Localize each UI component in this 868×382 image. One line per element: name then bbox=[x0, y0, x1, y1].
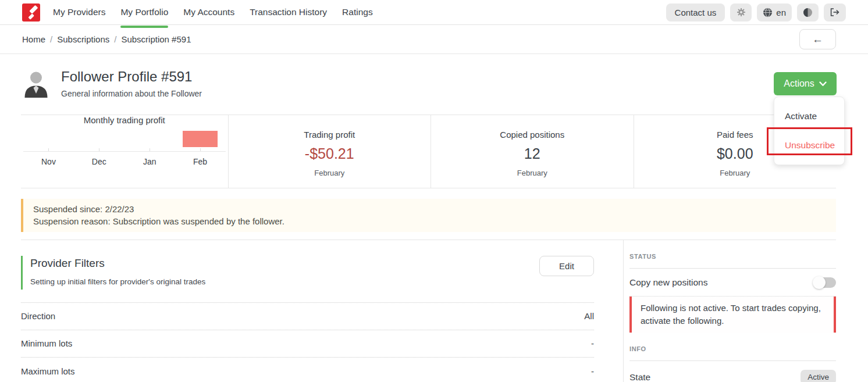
suspension-warning-banner: Suspended since: 2/22/23 Suspension reas… bbox=[21, 199, 836, 232]
suspension-reason-text: Suspension reason: Subscription was susp… bbox=[33, 215, 826, 227]
axis-tick bbox=[200, 148, 201, 151]
stat-period: February bbox=[229, 169, 431, 177]
stat-period: February bbox=[634, 169, 837, 177]
toggle-knob bbox=[813, 276, 826, 289]
info-header: INFO bbox=[629, 345, 836, 352]
breadcrumb-separator: / bbox=[50, 34, 52, 44]
back-button[interactable]: ← bbox=[799, 29, 836, 49]
row-value: - bbox=[591, 366, 594, 376]
theme-toggle-button[interactable] bbox=[797, 3, 819, 22]
state-badge: Active bbox=[801, 370, 836, 382]
provider-filters-section: Provider Filters Setting up initial filt… bbox=[21, 240, 623, 382]
menu-item-unsubscribe[interactable]: Unsubscribe bbox=[774, 131, 844, 160]
filter-rows: Direction All Minimum lots - Maximum lot… bbox=[21, 302, 594, 382]
section-subtitle: Setting up initial filters for provider'… bbox=[30, 277, 205, 286]
copy-new-positions-row: Copy new positions bbox=[629, 269, 836, 297]
status-sidebar: STATUS Copy new positions Following is n… bbox=[623, 240, 836, 382]
logout-icon bbox=[830, 8, 840, 17]
stat-copied-positions: Copied positions 12 February bbox=[431, 115, 634, 188]
row-value: - bbox=[591, 338, 594, 348]
row-value: All bbox=[584, 311, 594, 321]
actions-button[interactable]: Actions bbox=[774, 72, 837, 95]
nav-item-transaction-history[interactable]: Transaction History bbox=[250, 0, 327, 25]
following-inactive-alert: Following is not active. To start trades… bbox=[629, 297, 836, 333]
stat-value: -$50.21 bbox=[229, 145, 431, 162]
x-tick-label: Nov bbox=[23, 157, 74, 166]
copy-new-positions-label: Copy new positions bbox=[629, 277, 707, 288]
top-navigation: My Providers My Portfolio My Accounts Tr… bbox=[0, 0, 868, 25]
breadcrumb-home[interactable]: Home bbox=[22, 34, 45, 44]
page-title: Follower Profile #591 bbox=[61, 69, 202, 85]
row-label: Maximum lots bbox=[21, 366, 75, 376]
axis-tick bbox=[99, 148, 99, 151]
breadcrumb-current: Subscription #591 bbox=[121, 34, 191, 44]
settings-button[interactable] bbox=[730, 3, 752, 22]
globe-icon bbox=[763, 8, 773, 17]
content-columns: Provider Filters Setting up initial filt… bbox=[21, 240, 836, 382]
row-direction: Direction All bbox=[21, 302, 594, 330]
axis-tick bbox=[48, 148, 49, 151]
breadcrumb-subscriptions[interactable]: Subscriptions bbox=[57, 34, 109, 44]
nav-item-my-portfolio[interactable]: My Portfolio bbox=[120, 0, 168, 25]
chart-title: Monthly trading profit bbox=[23, 115, 226, 125]
back-arrow-icon: ← bbox=[812, 33, 823, 46]
stat-title: Copied positions bbox=[431, 130, 634, 140]
gear-icon bbox=[737, 8, 746, 17]
actions-dropdown-menu: Activate Unsubscribe bbox=[774, 97, 845, 165]
contrast-icon bbox=[803, 8, 813, 17]
language-label: en bbox=[776, 8, 786, 17]
breadcrumb-separator: / bbox=[114, 34, 116, 44]
edit-button[interactable]: Edit bbox=[539, 256, 594, 276]
x-tick-label: Jan bbox=[124, 157, 175, 166]
monthly-trading-profit-chart: Monthly trading profit Nov Dec Jan Feb bbox=[21, 115, 228, 188]
nav-actions: Contact us bbox=[666, 3, 846, 22]
suspended-since-text: Suspended since: 2/22/23 bbox=[33, 203, 826, 215]
nav-item-my-accounts[interactable]: My Accounts bbox=[183, 0, 234, 25]
row-label: Minimum lots bbox=[21, 338, 72, 348]
brand-logo-icon bbox=[22, 3, 40, 22]
logout-button[interactable] bbox=[824, 3, 846, 22]
row-minimum-lots: Minimum lots - bbox=[21, 330, 594, 358]
stat-period: February bbox=[431, 169, 634, 177]
x-tick-label: Feb bbox=[175, 157, 226, 166]
provider-filters-heading: Provider Filters Setting up initial filt… bbox=[21, 256, 205, 290]
state-label: State bbox=[629, 372, 650, 382]
stats-row: Monthly trading profit Nov Dec Jan Feb T… bbox=[21, 115, 836, 188]
x-tick-label: Dec bbox=[74, 157, 124, 166]
chevron-down-icon bbox=[819, 81, 827, 87]
page-subtitle: General information about the Follower bbox=[61, 89, 202, 98]
actions-button-label: Actions bbox=[784, 78, 814, 89]
chart-x-axis-labels: Nov Dec Jan Feb bbox=[23, 157, 226, 166]
stat-trading-profit: Trading profit -$50.21 February bbox=[228, 115, 431, 188]
section-title: Provider Filters bbox=[30, 257, 205, 270]
chart-bar bbox=[183, 131, 218, 147]
state-row: State Active bbox=[629, 361, 836, 382]
stat-value: 12 bbox=[431, 145, 634, 162]
menu-item-activate[interactable]: Activate bbox=[774, 102, 844, 131]
breadcrumb-row: Home / Subscriptions / Subscription #591… bbox=[0, 25, 868, 54]
row-maximum-lots: Maximum lots - bbox=[21, 358, 594, 382]
status-header: STATUS bbox=[629, 253, 836, 260]
stat-title: Trading profit bbox=[229, 130, 431, 140]
nav-item-my-providers[interactable]: My Providers bbox=[53, 0, 105, 25]
axis-tick bbox=[150, 148, 150, 151]
row-label: Direction bbox=[21, 311, 55, 321]
chart-plot-area bbox=[23, 128, 226, 152]
copy-new-positions-toggle[interactable] bbox=[814, 277, 836, 288]
nav-item-ratings[interactable]: Ratings bbox=[342, 0, 373, 25]
page: My Providers My Portfolio My Accounts Tr… bbox=[0, 0, 868, 382]
profile-header: Follower Profile #591 General informatio… bbox=[0, 54, 868, 115]
language-button[interactable]: en bbox=[757, 3, 792, 22]
avatar bbox=[22, 70, 50, 98]
contact-us-button[interactable]: Contact us bbox=[666, 3, 725, 22]
